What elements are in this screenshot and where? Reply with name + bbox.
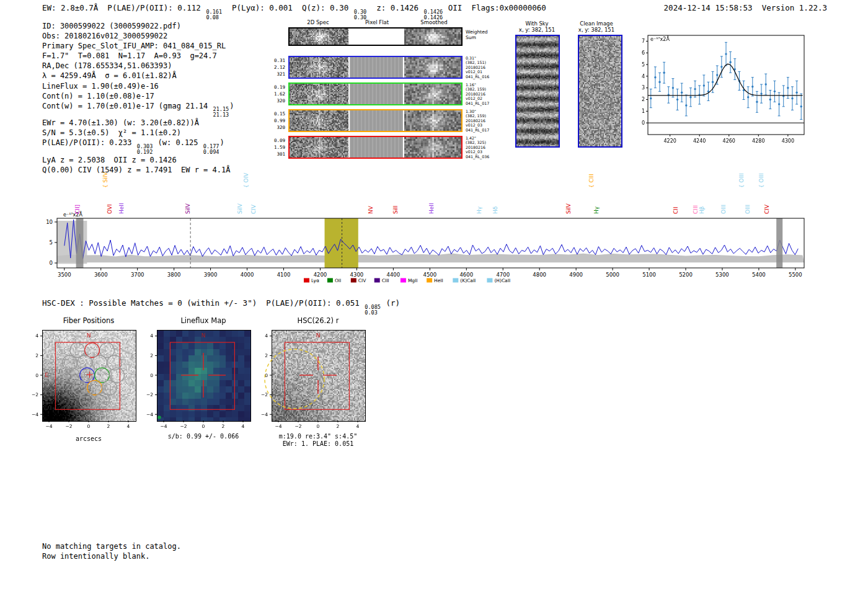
svg-text:−2: −2 [32, 392, 38, 398]
emission-line-label: OIII [745, 205, 751, 214]
gaussian-fit-curve [648, 64, 803, 96]
emission-line-label: Hγ [476, 206, 482, 214]
smoothed-image [404, 57, 461, 78]
cutout-axes: −4−4−2−2002244 [146, 333, 245, 429]
svg-text:4300: 4300 [782, 138, 794, 144]
spec2d-row [288, 82, 463, 105]
pixelflat-image [350, 137, 403, 158]
svg-text:3900: 3900 [204, 272, 218, 278]
catalog-source-dot [157, 415, 161, 419]
svg-text:0: 0 [150, 373, 153, 378]
emission-line-label: SiII [392, 205, 399, 214]
info-line: ID: 3000599022 (3000599022.pdf) [42, 21, 234, 31]
svg-text:Lyα: Lyα [311, 278, 319, 283]
svg-text:3500: 3500 [58, 272, 71, 278]
clean-panel-title: Clean Image [562, 20, 631, 27]
sky-mask-band [776, 218, 782, 268]
emission-line-label: SiIV [237, 203, 243, 214]
spec2d-row-left-label: 0.19 1.62 320 [268, 84, 285, 104]
emission-line-label: OIII [720, 205, 727, 214]
stacked-uncertainty: 0.3030.192 [137, 144, 153, 155]
info-line: F=1.7" T=0.081 N=1.17 A=0.93 g=24.7 [42, 51, 234, 61]
fiber-circle [78, 355, 92, 370]
inset-axes: 0123456742204240426042804300 [642, 38, 794, 144]
svg-text:0: 0 [317, 424, 320, 429]
compass-east-label: E [45, 372, 48, 378]
svg-text:CIV: CIV [358, 278, 366, 283]
spec2d-row-right-label: 0.31" (382, 151) 20180216 v012_01 041_RL… [466, 56, 499, 79]
info-line: P(LAE)/P(OII): 0.233 0.3030.192 (w: 0.12… [42, 138, 234, 154]
spec2d-row-left-label: 0.15 0.99 320 [268, 110, 285, 131]
spec2d-image [290, 137, 348, 158]
compass-north-label: N [87, 332, 91, 339]
crosshair-marker [299, 357, 337, 394]
info-line: Cont(n) = 1.10(±0.08)e-17 [42, 91, 234, 101]
spec2d-image [290, 57, 348, 78]
emission-line-label: HeII [118, 203, 125, 214]
svg-text:−4: −4 [275, 424, 281, 429]
hsc-caption-1: m:19.0 re:3.4" s:4.5" [264, 433, 372, 440]
svg-text:(H)CaII: (H)CaII [494, 278, 510, 283]
svg-text:−2: −2 [261, 392, 268, 398]
svg-text:4: 4 [642, 74, 645, 79]
info-line: RA,Dec (178.655334,51.063393) [42, 61, 234, 71]
svg-text:5400: 5400 [752, 272, 766, 278]
emission-line-label: CIII [693, 205, 699, 214]
svg-text:OII: OII [335, 278, 341, 283]
fiber-circle [95, 368, 110, 383]
col-header-2dspec: 2D Spec [288, 19, 348, 25]
svg-text:4200: 4200 [314, 272, 327, 278]
spec2d-row-left-label: 0.31 2.12 321 [268, 57, 285, 78]
svg-text:10: 10 [46, 219, 53, 225]
pixelflat-image [350, 84, 403, 104]
svg-text:4: 4 [242, 424, 245, 429]
stacked-uncertainty: 21.1521.13 [213, 107, 229, 118]
emission-line-label: CIV [764, 204, 770, 214]
svg-text:5: 5 [50, 239, 53, 246]
svg-text:0: 0 [642, 120, 645, 126]
spec2d-image [290, 29, 348, 45]
info-line: λ = 4259.49Å σ = 6.01(±1.82)Å [42, 71, 234, 81]
emission-line-label: { OIII [738, 173, 745, 188]
fiber-circle [65, 368, 80, 383]
info-block: ID: 3000599022 (3000599022.pdf)Obs: 2018… [42, 21, 234, 175]
svg-text:HeII: HeII [434, 278, 443, 283]
spec2d-image [290, 110, 348, 131]
svg-text:CIII: CIII [382, 278, 389, 283]
error-band [57, 254, 804, 263]
inset-flux-units-label: e⁻¹⁷x2Å [650, 35, 670, 42]
spec2d-row-right-label: 1.16" (382, 159) 20180216 v012_02 041_RL… [466, 82, 499, 105]
info-line: LyA z = 2.5038 OII z = 0.1426 [42, 155, 234, 165]
spec2d-row-right-label: 1.30" (382, 159) 20180216 v012_03 041_RL… [466, 109, 499, 132]
svg-text:4600: 4600 [459, 272, 473, 278]
info-line: Primary Spec_Slot_IFU_AMP: 041_084_015_R… [42, 41, 234, 51]
aperture-dashed-circle [265, 349, 324, 409]
info-line: Obs: 20180216v012_3000599022 [42, 31, 234, 41]
emission-line-label: OVI [107, 204, 113, 214]
elixer-report-page: EW: 2.8±0.7Å P(LAE)/P(OII): 0.112 0.1610… [0, 0, 868, 591]
svg-text:−2: −2 [180, 424, 187, 429]
svg-text:4: 4 [150, 333, 153, 339]
smoothed-image [404, 84, 461, 104]
spec2d-row-left-label: 0.09 1.59 301 [268, 137, 285, 158]
svg-text:3800: 3800 [167, 272, 181, 278]
spectrum-line [64, 220, 799, 259]
svg-text:4: 4 [356, 424, 360, 429]
stacked-uncertainty: 0.14260.1426 [424, 9, 443, 20]
spec2d-row-right-label: 1.42" (382, 325) 20180216 v012_03 041_RL… [466, 136, 499, 159]
svg-text:2: 2 [642, 97, 645, 102]
full-spectrum-plot: 0510350036003700380039004000410042004300… [0, 164, 868, 296]
compass-north-label: N [316, 332, 321, 339]
emission-line-label: { OIII [758, 173, 764, 188]
svg-text:−2: −2 [146, 392, 153, 398]
svg-text:4260: 4260 [723, 138, 735, 144]
cutout-axes: −4−4−2−2002244 [32, 333, 130, 429]
stacked-uncertainty: 0.0850.03 [365, 304, 381, 316]
col-header-pixelflat: Pixel Flat [349, 19, 405, 25]
pixelflat-image [350, 29, 403, 45]
svg-text:4900: 4900 [569, 272, 583, 278]
stacked-uncertainty: 0.1610.08 [206, 9, 222, 20]
svg-text:4400: 4400 [387, 272, 401, 278]
lineflux-caption: s/b: 0.99 +/- 0.066 [149, 433, 257, 440]
svg-text:−2: −2 [65, 424, 72, 429]
